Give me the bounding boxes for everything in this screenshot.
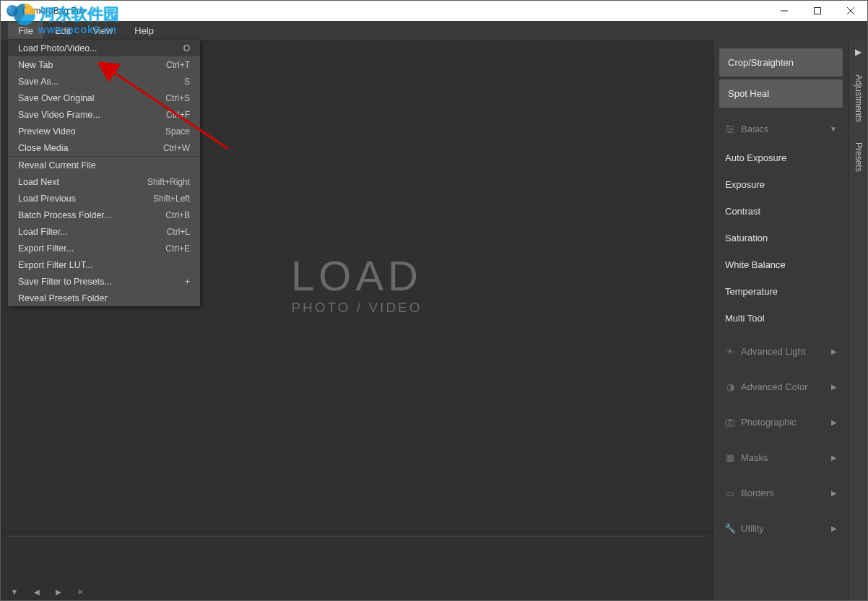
file-save-filter-presets[interactable]: Save Filter to Presets...+ <box>8 273 200 290</box>
file-save-over-original[interactable]: Save Over OriginalCtrl+S <box>8 90 200 106</box>
basics-white-balance[interactable]: White Balance <box>719 253 843 277</box>
file-preview-video[interactable]: Preview VideoSpace <box>8 123 200 139</box>
file-export-filter[interactable]: Export Filter...Ctrl+E <box>8 240 200 256</box>
group-photographic-label: Photographic <box>741 417 797 428</box>
group-utility[interactable]: 🔧 Utility ▶ <box>719 514 843 542</box>
palette-icon: ◑ <box>725 382 735 392</box>
basics-exposure[interactable]: Exposure <box>719 173 843 196</box>
chevron-down-icon: ▼ <box>830 125 837 133</box>
chevron-right-icon: ▶ <box>831 347 837 355</box>
vertical-tabs: ▶ Adjustments Presets <box>849 40 867 600</box>
file-load-photo-video[interactable]: Load Photo/Video...O <box>8 40 200 56</box>
group-photographic[interactable]: Photographic ▶ <box>719 408 843 436</box>
side-panel: Crop/Straighten Spot Heal Basics ▼ Auto … <box>713 40 849 600</box>
file-load-filter[interactable]: Load Filter...Ctrl+L <box>8 223 200 240</box>
menu-file[interactable]: File <box>8 22 43 39</box>
svg-point-5 <box>731 128 733 130</box>
file-reveal-current[interactable]: Reveal Current File <box>8 157 200 173</box>
chevron-right-icon[interactable]: ▶ <box>56 588 61 596</box>
file-load-previous[interactable]: Load PreviousShift+Left <box>8 190 200 207</box>
crop-straighten-button[interactable]: Crop/Straighten <box>719 48 843 77</box>
menu-edit[interactable]: Edit <box>45 22 81 39</box>
svg-rect-1 <box>815 8 821 14</box>
basics-auto-exposure[interactable]: Auto Exposure <box>719 146 843 170</box>
file-batch-process[interactable]: Batch Process Folder...Ctrl+B <box>8 207 200 223</box>
basics-saturation[interactable]: Saturation <box>719 226 843 250</box>
group-advanced-color-label: Advanced Color <box>741 381 808 392</box>
sliders-icon <box>725 124 735 134</box>
group-basics[interactable]: Basics ▼ <box>719 115 843 143</box>
chevron-down-icon[interactable]: ▼ <box>11 588 18 596</box>
chevron-right-icon: ▶ <box>831 383 837 391</box>
basics-contrast[interactable]: Contrast <box>719 199 843 223</box>
vtab-adjustments[interactable]: Adjustments <box>854 64 864 132</box>
file-new-tab[interactable]: New TabCtrl+T <box>8 56 200 73</box>
canvas-placeholder: LOAD PHOTO / VIDEO <box>291 255 422 316</box>
placeholder-big: LOAD <box>291 255 422 297</box>
group-masks-label: Masks <box>741 452 768 463</box>
group-advanced-color[interactable]: ◑ Advanced Color ▶ <box>719 373 843 401</box>
bottom-controls: ▼ ◀ ▶ ✕ <box>1 583 713 600</box>
file-close-media[interactable]: Close MediaCtrl+W <box>8 139 200 156</box>
file-load-next[interactable]: Load NextShift+Right <box>8 173 200 190</box>
group-borders-label: Borders <box>741 488 774 498</box>
bottom-strip: ▼ ◀ ▶ ✕ <box>1 531 713 600</box>
chevron-left-icon[interactable]: ◀ <box>34 588 40 596</box>
svg-point-4 <box>727 125 729 127</box>
file-save-as[interactable]: Save As...S <box>8 73 200 90</box>
group-utility-label: Utility <box>741 523 764 534</box>
group-advanced-light-label: Advanced Light <box>741 346 806 357</box>
svg-point-8 <box>729 421 732 425</box>
menubar: File Edit View Help <box>1 21 867 40</box>
spot-heal-button[interactable]: Spot Heal <box>719 79 843 108</box>
basics-temperature[interactable]: Temperature <box>719 280 843 303</box>
group-basics-label: Basics <box>741 124 768 134</box>
border-icon: ▭ <box>725 488 735 498</box>
menu-view[interactable]: View <box>82 22 123 39</box>
file-save-video-frame[interactable]: Save Video Frame...Ctrl+F <box>8 106 200 123</box>
minimize-button[interactable] <box>768 1 801 21</box>
close-button[interactable] <box>834 1 867 21</box>
menu-help[interactable]: Help <box>124 22 164 39</box>
window-title: CameraBag Pro <box>22 6 84 16</box>
group-borders[interactable]: ▭ Borders ▶ <box>719 479 843 507</box>
sun-icon: ☀ <box>725 347 735 357</box>
grid-icon: ▦ <box>725 453 735 463</box>
file-menu-dropdown: Load Photo/Video...O New TabCtrl+T Save … <box>8 40 200 306</box>
chevron-right-icon: ▶ <box>831 418 837 426</box>
titlebar: CameraBag Pro <box>1 1 867 21</box>
svg-rect-9 <box>729 419 732 420</box>
chevron-right-icon: ▶ <box>831 524 837 532</box>
chevron-right-icon: ▶ <box>831 454 837 462</box>
chevron-right-icon: ▶ <box>831 489 837 497</box>
wrench-icon: 🔧 <box>725 524 735 534</box>
camera-icon <box>725 418 735 428</box>
maximize-button[interactable] <box>801 1 834 21</box>
group-advanced-light[interactable]: ☀ Advanced Light ▶ <box>719 337 843 366</box>
app-icon <box>6 5 18 17</box>
collapse-arrow-icon[interactable]: ▶ <box>855 40 862 64</box>
vtab-presets[interactable]: Presets <box>854 132 864 182</box>
app-window: CameraBag Pro File Edit View Help LOAD P… <box>0 0 868 601</box>
window-controls <box>768 1 867 21</box>
basics-multi-tool[interactable]: Multi Tool <box>719 306 843 330</box>
close-icon[interactable]: ✕ <box>77 588 83 596</box>
file-reveal-presets-folder[interactable]: Reveal Presets Folder <box>8 290 200 306</box>
file-export-filter-lut[interactable]: Export Filter LUT... <box>8 256 200 273</box>
placeholder-small: PHOTO / VIDEO <box>291 300 422 316</box>
svg-point-6 <box>729 131 731 133</box>
filmstrip-area[interactable] <box>9 536 704 583</box>
group-masks[interactable]: ▦ Masks ▶ <box>719 444 843 472</box>
